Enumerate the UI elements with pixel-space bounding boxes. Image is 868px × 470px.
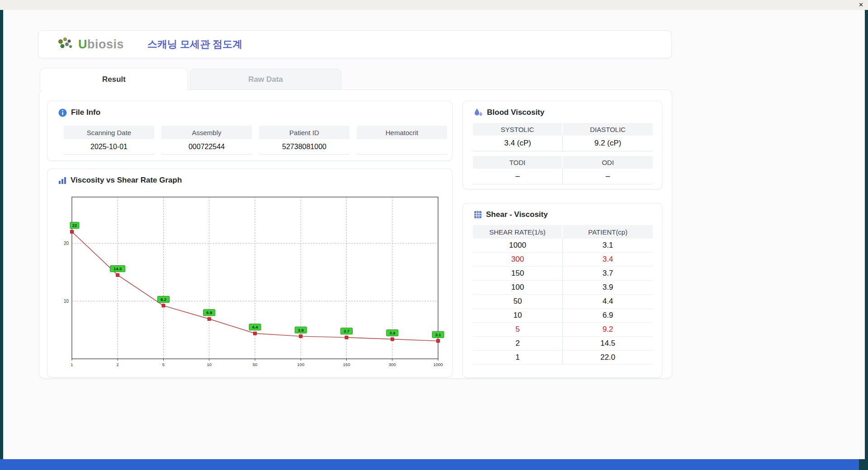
svg-text:22: 22 — [72, 223, 77, 228]
blood-viscosity-value: 9.2 (cP) — [563, 136, 653, 151]
file-info-field: Hematocrit — [357, 126, 447, 155]
field-value — [357, 139, 447, 155]
blood-viscosity-value: 3.4 (cP) — [473, 136, 563, 151]
tab-raw-data[interactable]: Raw Data — [190, 69, 341, 89]
svg-text:300: 300 — [389, 362, 396, 367]
shear-rate-cell: 100 — [473, 281, 563, 295]
ubiosis-logo: Ubiosis — [57, 37, 124, 52]
result-panel: File Info Scanning Date2025-10-01Assembl… — [39, 89, 672, 379]
shear-rate-cell: 10 — [473, 309, 563, 323]
svg-text:10: 10 — [207, 362, 212, 367]
shear-rate-cell: 150 — [473, 267, 563, 281]
shear-rate-cell: 1000 — [473, 239, 563, 253]
table-row: 10003.1 — [473, 239, 653, 253]
shear-rate-cell: 1 — [473, 351, 563, 365]
patient-cell: 3.4 — [563, 253, 653, 267]
patient-cell: 22.0 — [563, 351, 653, 365]
blood-viscosity-label-row: SYSTOLICDIASTOLIC — [473, 123, 653, 136]
page-title: 스캐닝 모세관 점도계 — [147, 38, 242, 51]
svg-text:150: 150 — [343, 362, 350, 367]
svg-text:10: 10 — [64, 299, 69, 304]
blood-viscosity-label: DIASTOLIC — [563, 123, 653, 136]
svg-text:3.1: 3.1 — [435, 332, 441, 337]
table-row: 59.2 — [473, 323, 653, 337]
table-row: 122.0 — [473, 351, 653, 365]
app-window: Ubiosis 스캐닝 모세관 점도계 Result Raw Data File… — [3, 10, 865, 459]
shear-viscosity-table: SHEAR RATE(1/s)PATIENT(cp) 10003.13003.4… — [473, 225, 653, 365]
info-icon — [58, 108, 67, 117]
file-info-field: Scanning Date2025-10-01 — [64, 126, 154, 155]
svg-text:50: 50 — [253, 362, 258, 367]
blood-viscosity-grid: SYSTOLICDIASTOLIC3.4 (cP)9.2 (cP)TODIODI… — [473, 123, 653, 184]
viscosity-chart: 1020125105010015030010002214.59.26.94.43… — [57, 193, 454, 373]
file-info-fields: Scanning Date2025-10-01Assembly000722544… — [64, 126, 447, 155]
shear-rate-cell: 50 — [473, 295, 563, 309]
bar-chart-icon — [58, 176, 66, 184]
patient-cell: 3.1 — [563, 239, 653, 253]
table-row: 1503.7 — [473, 267, 653, 281]
patient-cell: 3.7 — [563, 267, 653, 281]
svg-text:100: 100 — [297, 362, 304, 367]
viscosity-graph-card: Viscosity vs Shear Rate Graph 1020125105… — [47, 169, 453, 377]
table-icon — [474, 211, 482, 219]
taskbar — [0, 459, 859, 470]
file-info-card: File Info Scanning Date2025-10-01Assembl… — [47, 101, 453, 161]
svg-text:14.5: 14.5 — [113, 266, 122, 271]
file-info-title: File Info — [58, 108, 100, 117]
blood-viscosity-label-row: TODIODI — [473, 156, 653, 169]
table-row: 504.4 — [473, 295, 653, 309]
svg-text:20: 20 — [64, 241, 69, 246]
patient-cell: 3.9 — [563, 281, 653, 295]
patient-cell: 4.4 — [563, 295, 653, 309]
ubiosis-logo-icon — [57, 37, 75, 52]
shear-viscosity-card: Shear - Viscosity SHEAR RATE(1/s)PATIENT… — [462, 203, 662, 378]
shear-table-header: SHEAR RATE(1/s)PATIENT(cp) — [473, 225, 653, 239]
shear-rate-cell: 2 — [473, 337, 563, 351]
svg-text:1000: 1000 — [433, 362, 443, 367]
field-value: 52738081000 — [259, 139, 349, 155]
app-header: Ubiosis 스캐닝 모세관 점도계 — [38, 30, 672, 58]
table-row: 1003.9 — [473, 281, 653, 295]
svg-text:1: 1 — [71, 362, 73, 367]
blood-viscosity-value-row: –– — [473, 169, 653, 184]
svg-text:3.4: 3.4 — [389, 330, 396, 335]
field-label: Assembly — [161, 126, 252, 139]
blood-viscosity-value: – — [473, 169, 563, 184]
svg-text:5: 5 — [162, 362, 165, 367]
blood-viscosity-card: Blood Viscosity SYSTOLICDIASTOLIC3.4 (cP… — [462, 101, 662, 189]
patient-cell: 9.2 — [563, 323, 653, 337]
field-value: 000722544 — [161, 139, 252, 155]
blood-viscosity-value-row: 3.4 (cP)9.2 (cP) — [473, 136, 653, 151]
field-label: Hematocrit — [357, 126, 447, 139]
blood-viscosity-label: TODI — [473, 156, 563, 169]
blood-viscosity-value: – — [563, 169, 653, 184]
shear-viscosity-title: Shear - Viscosity — [474, 210, 548, 219]
window-title-bar: ✕ — [0, 0, 868, 10]
field-label: Patient ID — [259, 126, 349, 139]
shear-rate-cell: 300 — [473, 253, 563, 267]
blood-viscosity-label: ODI — [563, 156, 653, 169]
column-header: SHEAR RATE(1/s) — [473, 225, 563, 239]
table-row: 106.9 — [473, 309, 653, 323]
blood-viscosity-label: SYSTOLIC — [473, 123, 563, 136]
svg-text:2: 2 — [117, 362, 119, 367]
table-row: 3003.4 — [473, 253, 653, 267]
svg-text:3.7: 3.7 — [344, 329, 349, 334]
svg-text:4.4: 4.4 — [252, 324, 258, 329]
droplet-icon — [474, 108, 483, 117]
patient-cell: 14.5 — [563, 337, 653, 351]
close-icon[interactable]: ✕ — [859, 1, 863, 9]
svg-text:9.2: 9.2 — [160, 297, 166, 302]
blood-viscosity-title: Blood Viscosity — [474, 108, 544, 117]
svg-text:3.9: 3.9 — [298, 328, 304, 333]
logo-text: Ubiosis — [78, 38, 124, 52]
patient-cell: 6.9 — [563, 309, 653, 323]
tab-result[interactable]: Result — [40, 68, 188, 90]
shear-table-body: 10003.13003.41503.71003.9504.4106.959.22… — [473, 239, 653, 365]
graph-title: Viscosity vs Shear Rate Graph — [58, 176, 182, 185]
file-info-field: Patient ID52738081000 — [259, 126, 349, 155]
field-value: 2025-10-01 — [64, 139, 154, 155]
field-label: Scanning Date — [64, 126, 154, 139]
shear-rate-cell: 5 — [473, 323, 563, 337]
file-info-field: Assembly000722544 — [161, 126, 252, 155]
